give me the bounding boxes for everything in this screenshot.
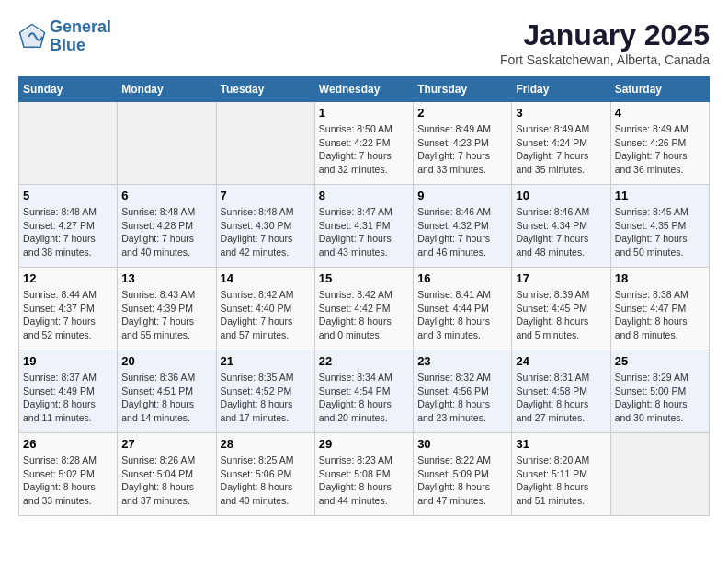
calendar-cell: 4Sunrise: 8:49 AM Sunset: 4:26 PM Daylig… [610,102,709,185]
calendar-cell: 6Sunrise: 8:48 AM Sunset: 4:28 PM Daylig… [118,185,216,268]
day-detail: Sunrise: 8:46 AM Sunset: 4:32 PM Dayligh… [417,205,507,259]
calendar-cell: 26Sunrise: 8:28 AM Sunset: 5:02 PM Dayli… [19,433,118,516]
calendar-cell: 19Sunrise: 8:37 AM Sunset: 4:49 PM Dayli… [19,350,118,433]
calendar-cell: 27Sunrise: 8:26 AM Sunset: 5:04 PM Dayli… [118,433,216,516]
calendar-cell: 25Sunrise: 8:29 AM Sunset: 5:00 PM Dayli… [610,350,709,433]
day-detail: Sunrise: 8:49 AM Sunset: 4:26 PM Dayligh… [615,122,705,177]
calendar-cell: 29Sunrise: 8:23 AM Sunset: 5:08 PM Dayli… [314,433,413,516]
day-number: 29 [319,437,409,451]
weekday-header-wednesday: Wednesday [314,77,413,102]
day-number: 12 [23,271,113,285]
day-number: 21 [221,354,311,368]
day-number: 19 [23,354,113,368]
day-number: 2 [417,106,507,120]
calendar-cell [610,433,709,516]
day-number: 24 [516,354,606,368]
calendar-cell: 23Sunrise: 8:32 AM Sunset: 4:56 PM Dayli… [414,350,512,433]
day-number: 3 [516,106,606,120]
calendar-week-row: 26Sunrise: 8:28 AM Sunset: 5:02 PM Dayli… [19,433,710,516]
day-detail: Sunrise: 8:49 AM Sunset: 4:24 PM Dayligh… [516,122,606,177]
day-number: 7 [221,189,311,202]
day-detail: Sunrise: 8:42 AM Sunset: 4:40 PM Dayligh… [221,288,311,342]
day-number: 30 [417,437,507,451]
logo-line1: General [50,17,111,36]
day-detail: Sunrise: 8:49 AM Sunset: 4:23 PM Dayligh… [417,122,507,177]
calendar-cell: 12Sunrise: 8:44 AM Sunset: 4:37 PM Dayli… [19,268,118,350]
day-number: 26 [23,437,113,451]
calendar-cell: 1Sunrise: 8:50 AM Sunset: 4:22 PM Daylig… [314,102,413,185]
day-detail: Sunrise: 8:35 AM Sunset: 4:52 PM Dayligh… [221,371,311,425]
weekday-header-friday: Friday [512,77,610,102]
calendar-week-row: 19Sunrise: 8:37 AM Sunset: 4:49 PM Dayli… [19,350,710,433]
logo-text: General Blue [50,18,111,55]
weekday-header-row: SundayMondayTuesdayWednesdayThursdayFrid… [19,77,710,102]
calendar-cell: 8Sunrise: 8:47 AM Sunset: 4:31 PM Daylig… [314,185,413,268]
day-detail: Sunrise: 8:37 AM Sunset: 4:49 PM Dayligh… [23,371,113,425]
day-number: 15 [319,271,409,285]
weekday-header-saturday: Saturday [610,77,709,102]
day-number: 13 [121,271,211,285]
calendar-cell: 15Sunrise: 8:42 AM Sunset: 4:42 PM Dayli… [314,268,413,350]
calendar-week-row: 1Sunrise: 8:50 AM Sunset: 4:22 PM Daylig… [19,102,710,185]
day-detail: Sunrise: 8:36 AM Sunset: 4:51 PM Dayligh… [121,371,211,425]
day-number: 22 [319,354,409,368]
calendar-cell: 24Sunrise: 8:31 AM Sunset: 4:58 PM Dayli… [512,350,610,433]
month-title: January 2025 [500,18,710,52]
page-header: General Blue January 2025 Fort Saskatche… [18,18,710,67]
day-number: 20 [121,354,211,368]
day-detail: Sunrise: 8:48 AM Sunset: 4:30 PM Dayligh… [221,205,311,259]
day-number: 10 [516,189,606,202]
day-detail: Sunrise: 8:42 AM Sunset: 4:42 PM Dayligh… [319,288,409,342]
calendar-cell: 20Sunrise: 8:36 AM Sunset: 4:51 PM Dayli… [118,350,216,433]
weekday-header-monday: Monday [118,77,216,102]
calendar-cell [19,102,118,185]
calendar-week-row: 12Sunrise: 8:44 AM Sunset: 4:37 PM Dayli… [19,268,710,350]
day-number: 5 [23,189,113,202]
day-detail: Sunrise: 8:47 AM Sunset: 4:31 PM Dayligh… [319,205,409,259]
calendar-cell [118,102,216,185]
day-detail: Sunrise: 8:41 AM Sunset: 4:44 PM Dayligh… [417,288,507,342]
day-number: 6 [121,189,211,202]
calendar-cell: 18Sunrise: 8:38 AM Sunset: 4:47 PM Dayli… [610,268,709,350]
calendar-cell: 3Sunrise: 8:49 AM Sunset: 4:24 PM Daylig… [512,102,610,185]
day-detail: Sunrise: 8:28 AM Sunset: 5:02 PM Dayligh… [23,454,113,508]
day-detail: Sunrise: 8:34 AM Sunset: 4:54 PM Dayligh… [319,371,409,425]
day-number: 9 [417,189,507,202]
day-detail: Sunrise: 8:43 AM Sunset: 4:39 PM Dayligh… [121,288,211,342]
title-block: January 2025 Fort Saskatchewan, Alberta,… [500,18,710,67]
day-detail: Sunrise: 8:29 AM Sunset: 5:00 PM Dayligh… [615,371,705,425]
day-detail: Sunrise: 8:50 AM Sunset: 4:22 PM Dayligh… [319,122,409,177]
calendar-cell: 9Sunrise: 8:46 AM Sunset: 4:32 PM Daylig… [414,185,512,268]
weekday-header-sunday: Sunday [19,77,118,102]
logo-icon [18,23,46,51]
day-detail: Sunrise: 8:46 AM Sunset: 4:34 PM Dayligh… [516,205,606,259]
calendar-cell: 22Sunrise: 8:34 AM Sunset: 4:54 PM Dayli… [314,350,413,433]
calendar-cell [216,102,314,185]
day-number: 1 [319,106,409,120]
calendar-cell: 5Sunrise: 8:48 AM Sunset: 4:27 PM Daylig… [19,185,118,268]
calendar-cell: 21Sunrise: 8:35 AM Sunset: 4:52 PM Dayli… [216,350,314,433]
calendar-cell: 7Sunrise: 8:48 AM Sunset: 4:30 PM Daylig… [216,185,314,268]
calendar-cell: 28Sunrise: 8:25 AM Sunset: 5:06 PM Dayli… [216,433,314,516]
day-detail: Sunrise: 8:44 AM Sunset: 4:37 PM Dayligh… [23,288,113,342]
calendar-cell: 30Sunrise: 8:22 AM Sunset: 5:09 PM Dayli… [414,433,512,516]
day-detail: Sunrise: 8:45 AM Sunset: 4:35 PM Dayligh… [615,205,705,259]
day-number: 16 [417,271,507,285]
day-number: 8 [319,189,409,202]
calendar-cell: 16Sunrise: 8:41 AM Sunset: 4:44 PM Dayli… [414,268,512,350]
day-detail: Sunrise: 8:48 AM Sunset: 4:28 PM Dayligh… [121,205,211,259]
logo-line2: Blue [50,36,85,54]
day-number: 25 [615,354,705,368]
day-number: 11 [615,189,705,202]
day-number: 27 [121,437,211,451]
day-detail: Sunrise: 8:32 AM Sunset: 4:56 PM Dayligh… [417,371,507,425]
day-number: 17 [516,271,606,285]
day-detail: Sunrise: 8:48 AM Sunset: 4:27 PM Dayligh… [23,205,113,259]
calendar-table: SundayMondayTuesdayWednesdayThursdayFrid… [18,76,710,516]
location-subtitle: Fort Saskatchewan, Alberta, Canada [500,52,710,67]
day-detail: Sunrise: 8:22 AM Sunset: 5:09 PM Dayligh… [417,454,507,508]
day-number: 18 [615,271,705,285]
calendar-cell: 31Sunrise: 8:20 AM Sunset: 5:11 PM Dayli… [512,433,610,516]
day-detail: Sunrise: 8:25 AM Sunset: 5:06 PM Dayligh… [221,454,311,508]
day-detail: Sunrise: 8:38 AM Sunset: 4:47 PM Dayligh… [615,288,705,342]
